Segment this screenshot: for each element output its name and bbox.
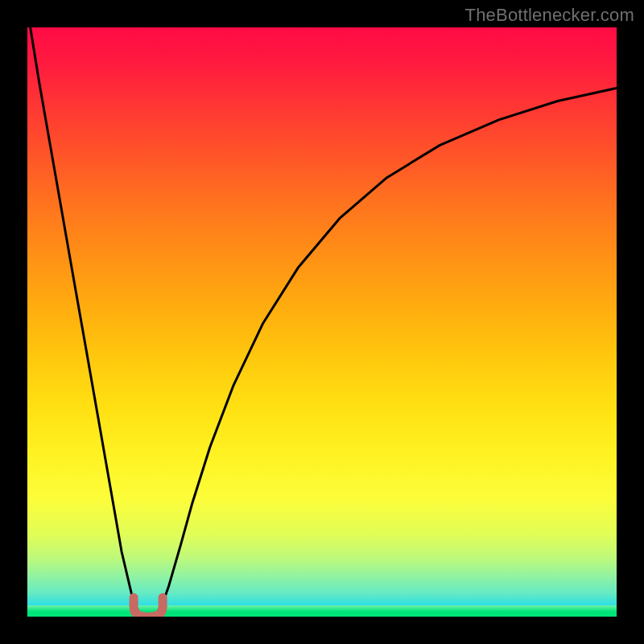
bottleneck-curve-svg [27,27,617,617]
valley-marker-path [134,597,163,617]
watermark-text: TheBottlenecker.com [465,5,634,26]
plot-area [27,27,617,617]
bottleneck-curve-path [31,27,617,617]
chart-frame: TheBottlenecker.com [0,0,644,644]
